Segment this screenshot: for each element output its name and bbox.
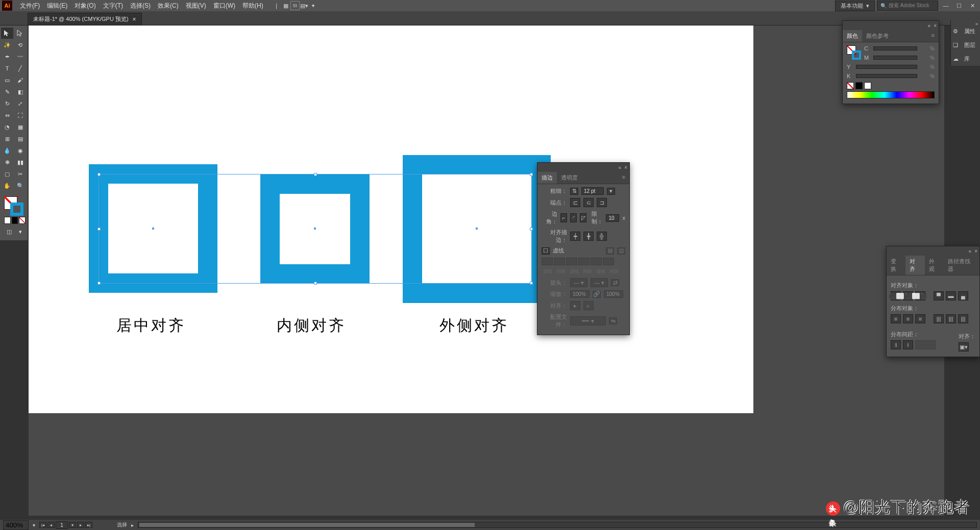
chevron-down-icon[interactable]: ▾ (33, 522, 35, 528)
toolbar-arrange-icon[interactable]: ▤▾ (300, 1, 309, 10)
nav-prev-icon[interactable]: ◂ (47, 522, 55, 528)
corner-round-icon[interactable]: ◜ (570, 213, 577, 222)
color-spectrum[interactable] (847, 91, 935, 98)
dock-expand-icon[interactable]: » (975, 21, 978, 23)
search-adobe-stock[interactable]: 🔍搜索 Adobe Stock (877, 1, 938, 11)
gap-input[interactable] (554, 258, 565, 265)
cap-projecting-icon[interactable]: ⊐ (597, 198, 607, 207)
gap-input[interactable] (578, 258, 590, 265)
slider-m[interactable] (873, 56, 917, 60)
tab-appearance[interactable]: 外观 (925, 256, 944, 275)
panel-close-icon[interactable]: × (974, 248, 977, 254)
fill-stroke-swatch[interactable]: ◫ ▾ (1, 194, 27, 238)
arrow-align-tip-icon[interactable]: ▸ (570, 301, 580, 310)
menu-file[interactable]: 文件(F) (16, 2, 43, 10)
menu-effect[interactable]: 效果(C) (154, 2, 182, 10)
dock-properties[interactable]: ⚙属性 (951, 24, 980, 38)
rotate-tool-icon[interactable]: ↻ (1, 98, 13, 109)
dash-input[interactable] (566, 258, 577, 265)
align-stroke-center-icon[interactable]: ┿ (570, 232, 580, 241)
arrow-align-end-icon[interactable]: ▹ (583, 301, 594, 310)
dist-right-icon[interactable]: ||| (958, 314, 968, 323)
direct-selection-tool-icon[interactable] (14, 28, 27, 39)
menu-select[interactable]: 选择(S) (127, 2, 154, 10)
slider-k[interactable] (856, 74, 917, 78)
dash-input[interactable] (542, 258, 553, 265)
menu-edit[interactable]: 编辑(E) (43, 2, 71, 10)
align-bottom-icon[interactable]: ▄ (958, 291, 968, 300)
menu-object[interactable]: 对象(O) (71, 2, 99, 10)
dash-align-icon[interactable]: ⊟ (606, 247, 614, 255)
align-right-icon[interactable]: ⬜⬛ (915, 291, 925, 300)
zoom-input[interactable] (3, 520, 29, 530)
dist-top-icon[interactable]: ≡ (891, 314, 901, 323)
magic-wand-tool-icon[interactable]: ✨ (1, 39, 13, 51)
nav-next-icon[interactable]: ▸ (77, 522, 84, 528)
profile-select[interactable]: ━━ ▾ (570, 316, 606, 325)
corner-miter-icon[interactable]: ⌐ (560, 213, 567, 222)
panel-menu-icon[interactable]: ≡ (618, 172, 629, 184)
perspective-tool-icon[interactable]: ▦ (14, 121, 27, 133)
black-swatch-icon[interactable] (855, 82, 863, 89)
dock-layers[interactable]: ❏图层 (951, 38, 980, 52)
panel-menu-icon[interactable]: ≡ (927, 30, 939, 42)
none-swatch-icon[interactable] (847, 82, 854, 89)
tab-transform[interactable]: 变换 (887, 256, 905, 275)
stroke-swatch[interactable] (10, 203, 23, 216)
eyedropper-tool-icon[interactable]: 💧 (1, 145, 13, 156)
window-close-icon[interactable]: ✕ (967, 1, 978, 10)
cap-butt-icon[interactable]: ⊏ (570, 198, 580, 207)
tab-stroke[interactable]: 描边 (537, 172, 557, 184)
arrow-swap-icon[interactable]: ⇄ (611, 279, 619, 286)
miter-limit-input[interactable] (606, 214, 619, 222)
dist-hspace-icon[interactable]: ⫲ (903, 340, 913, 349)
toolbar-gpu-icon[interactable]: ✦ (309, 1, 318, 10)
column-graph-tool-icon[interactable]: ▮▮ (14, 157, 27, 168)
eraser-tool-icon[interactable]: ◧ (14, 86, 27, 97)
tab-color[interactable]: 颜色 (843, 30, 862, 42)
draw-mode-icon[interactable]: ◫ (4, 226, 14, 237)
profile-flip-icon[interactable]: ⇋ (609, 317, 617, 324)
corner-bevel-icon[interactable]: ◸ (580, 213, 586, 222)
symbol-sprayer-tool-icon[interactable]: ❋ (1, 157, 13, 168)
align-hcenter-icon[interactable]: ⬜⬛⬜ (903, 291, 913, 300)
arrow-scale-start[interactable] (570, 290, 590, 298)
dash-input[interactable] (591, 258, 602, 265)
artboard-tool-icon[interactable]: ▢ (1, 168, 13, 180)
menu-help[interactable]: 帮助(H) (239, 2, 267, 10)
tab-color-guide[interactable]: 颜色参考 (862, 30, 893, 42)
align-top-icon[interactable]: ▀ (934, 291, 944, 300)
align-vcenter-icon[interactable]: ▬ (946, 291, 956, 300)
align-stroke-outside-icon[interactable]: ╬ (597, 232, 607, 241)
hand-tool-icon[interactable]: ✋ (1, 180, 13, 191)
panel-close-icon[interactable]: × (624, 165, 627, 170)
align-to-selection-icon[interactable]: ▣▾ (959, 342, 969, 351)
dist-left-icon[interactable]: ||| (934, 314, 944, 323)
scale-tool-icon[interactable]: ⤢ (14, 98, 27, 109)
dist-vcenter-icon[interactable]: ≡ (903, 314, 913, 323)
arrow-start-select[interactable]: — ▾ (570, 278, 587, 287)
lasso-tool-icon[interactable]: ⟲ (14, 39, 27, 51)
tab-align[interactable]: 对齐 (905, 256, 924, 275)
spacing-input[interactable] (915, 340, 936, 349)
shape-builder-tool-icon[interactable]: ◔ (1, 121, 13, 133)
line-tool-icon[interactable]: ╱ (14, 63, 27, 74)
free-transform-tool-icon[interactable]: ⛶ (14, 110, 27, 121)
blend-tool-icon[interactable]: ◉ (14, 145, 27, 156)
slider-y[interactable] (856, 65, 917, 69)
slice-tool-icon[interactable]: ✂ (14, 168, 27, 180)
panel-collapse-icon[interactable]: « (928, 23, 931, 29)
document-tab[interactable]: 未标题-1* @ 400% (CMYK/GPU 预览) × (28, 13, 142, 25)
mesh-tool-icon[interactable]: ⊞ (1, 133, 13, 144)
stroke-weight-input[interactable] (581, 187, 604, 195)
dock-libraries[interactable]: ☁库 (951, 52, 980, 66)
arrow-scale-end[interactable] (604, 290, 623, 298)
align-stroke-inside-icon[interactable]: ╋ (583, 232, 594, 241)
toolbar-doc-setup-icon[interactable]: ▦ (281, 1, 290, 10)
window-minimize-icon[interactable]: — (940, 1, 951, 10)
stepper-icon[interactable]: ⇅ (570, 188, 578, 195)
screen-mode-icon[interactable]: ▾ (15, 226, 26, 237)
menu-window[interactable]: 窗口(W) (210, 2, 239, 10)
paintbrush-tool-icon[interactable]: 🖌 (14, 74, 27, 86)
curvature-tool-icon[interactable]: 〰 (14, 51, 27, 62)
